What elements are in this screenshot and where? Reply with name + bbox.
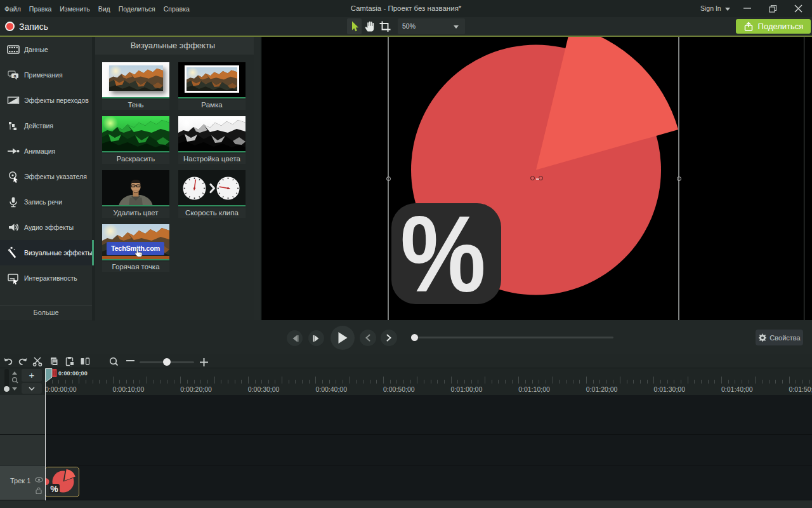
svg-text:%: % [50, 484, 58, 494]
